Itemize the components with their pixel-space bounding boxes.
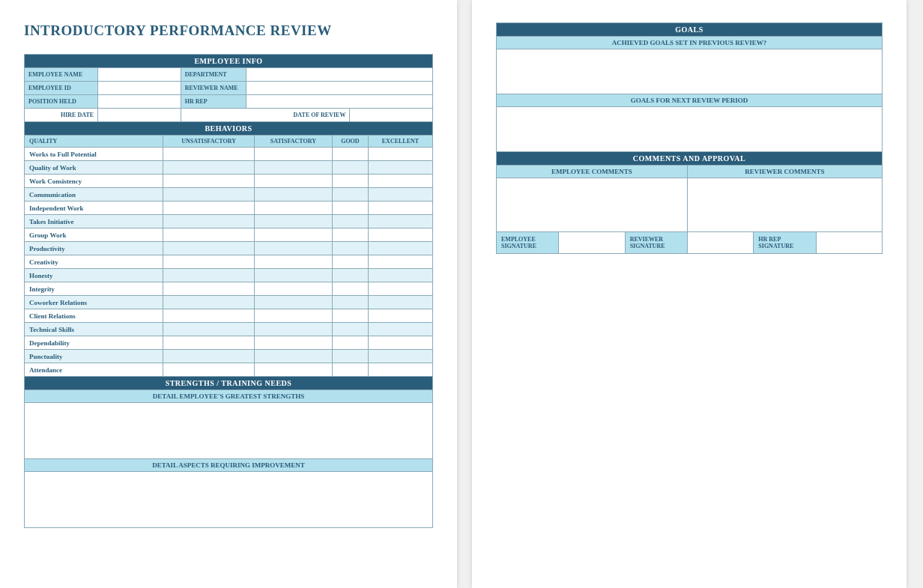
label-hr-rep: HR REP [181,95,246,109]
behavior-rating-cell[interactable] [368,336,432,350]
behavior-rating-cell[interactable] [332,309,368,323]
behavior-rating-cell[interactable] [254,269,332,282]
behavior-label: Attendance [25,363,163,377]
behavior-row: Integrity [25,282,433,296]
comments-header: COMMENTS AND APPROVAL [497,152,883,166]
behavior-rating-cell[interactable] [163,309,255,323]
behavior-rating-cell[interactable] [163,188,255,201]
behavior-rating-cell[interactable] [368,323,432,336]
behavior-rating-cell[interactable] [254,363,332,377]
input-hr-signature[interactable] [816,232,882,254]
behavior-rating-cell[interactable] [332,201,368,215]
behavior-rating-cell[interactable] [332,228,368,242]
behavior-label: Integrity [25,282,163,296]
behavior-rating-cell[interactable] [254,255,332,269]
input-strengths[interactable] [25,403,433,459]
behavior-rating-cell[interactable] [368,269,432,282]
behavior-rating-cell[interactable] [368,148,432,161]
behavior-rating-cell[interactable] [163,255,255,269]
behavior-rating-cell[interactable] [332,161,368,175]
behavior-label: Dependability [25,336,163,350]
behavior-rating-cell[interactable] [368,350,432,363]
behavior-rating-cell[interactable] [332,296,368,309]
behavior-rating-cell[interactable] [163,363,255,377]
goals-table: GOALS ACHIEVED GOALS SET IN PREVIOUS REV… [496,22,883,152]
input-department[interactable] [246,68,432,82]
input-employee-id[interactable] [98,82,181,95]
behavior-rating-cell[interactable] [163,161,255,175]
behavior-rating-cell[interactable] [332,350,368,363]
behavior-rating-cell[interactable] [368,282,432,296]
behavior-rating-cell[interactable] [332,255,368,269]
behavior-rating-cell[interactable] [254,309,332,323]
input-reviewer-comments[interactable] [687,178,882,232]
behavior-rating-cell[interactable] [332,148,368,161]
label-employee-id: EMPLOYEE ID [25,82,98,95]
input-employee-comments[interactable] [497,178,688,232]
behavior-rating-cell[interactable] [254,282,332,296]
behavior-rating-cell[interactable] [163,201,255,215]
behavior-rating-cell[interactable] [163,350,255,363]
behavior-rating-cell[interactable] [163,215,255,228]
behavior-rating-cell[interactable] [163,296,255,309]
behavior-rating-cell[interactable] [368,296,432,309]
hr-signature-label: HR REP SIGNATURE [754,232,816,254]
behavior-rating-cell[interactable] [163,228,255,242]
rating-excellent: EXCELLENT [368,136,432,148]
behavior-rating-cell[interactable] [332,175,368,188]
behavior-rating-cell[interactable] [332,215,368,228]
behavior-rating-cell[interactable] [163,282,255,296]
input-position-held[interactable] [98,95,181,109]
label-position-held: POSITION HELD [25,95,98,109]
behavior-rating-cell[interactable] [254,175,332,188]
input-hire-date[interactable] [98,109,181,122]
behavior-rating-cell[interactable] [368,363,432,377]
behavior-label: Productivity [25,242,163,255]
behavior-label: Work Consistency [25,175,163,188]
behavior-label: Quality of Work [25,161,163,175]
strengths-header: STRENGTHS / TRAINING NEEDS [25,377,433,390]
input-improvement[interactable] [25,472,433,528]
behavior-rating-cell[interactable] [332,242,368,255]
input-date-of-review[interactable] [350,109,433,122]
behavior-rating-cell[interactable] [163,175,255,188]
behavior-rating-cell[interactable] [163,336,255,350]
input-reviewer-name[interactable] [246,82,432,95]
behavior-rating-cell[interactable] [254,161,332,175]
behavior-rating-cell[interactable] [368,309,432,323]
behavior-rating-cell[interactable] [163,148,255,161]
input-goals-next[interactable] [497,107,883,152]
behavior-rating-cell[interactable] [254,336,332,350]
behavior-rating-cell[interactable] [368,228,432,242]
behavior-rating-cell[interactable] [254,350,332,363]
behavior-rating-cell[interactable] [254,228,332,242]
behavior-rating-cell[interactable] [368,161,432,175]
behavior-rating-cell[interactable] [163,242,255,255]
behavior-rating-cell[interactable] [332,188,368,201]
behavior-rating-cell[interactable] [254,323,332,336]
behavior-rating-cell[interactable] [332,269,368,282]
behavior-rating-cell[interactable] [368,255,432,269]
behavior-rating-cell[interactable] [368,215,432,228]
behavior-rating-cell[interactable] [332,282,368,296]
behavior-rating-cell[interactable] [332,363,368,377]
input-employee-name[interactable] [98,68,181,82]
behavior-rating-cell[interactable] [368,188,432,201]
input-goals-achieved[interactable] [497,49,883,94]
input-employee-signature[interactable] [559,232,625,254]
behavior-rating-cell[interactable] [254,201,332,215]
behavior-rating-cell[interactable] [254,188,332,201]
behavior-rating-cell[interactable] [163,269,255,282]
behavior-rating-cell[interactable] [163,323,255,336]
behavior-rating-cell[interactable] [254,296,332,309]
behavior-rating-cell[interactable] [254,148,332,161]
behavior-rating-cell[interactable] [254,215,332,228]
behavior-rating-cell[interactable] [368,175,432,188]
behavior-rating-cell[interactable] [368,242,432,255]
behavior-rating-cell[interactable] [332,323,368,336]
behavior-rating-cell[interactable] [368,201,432,215]
input-hr-rep[interactable] [246,95,432,109]
behavior-rating-cell[interactable] [254,242,332,255]
input-reviewer-signature[interactable] [687,232,753,254]
behavior-rating-cell[interactable] [332,336,368,350]
